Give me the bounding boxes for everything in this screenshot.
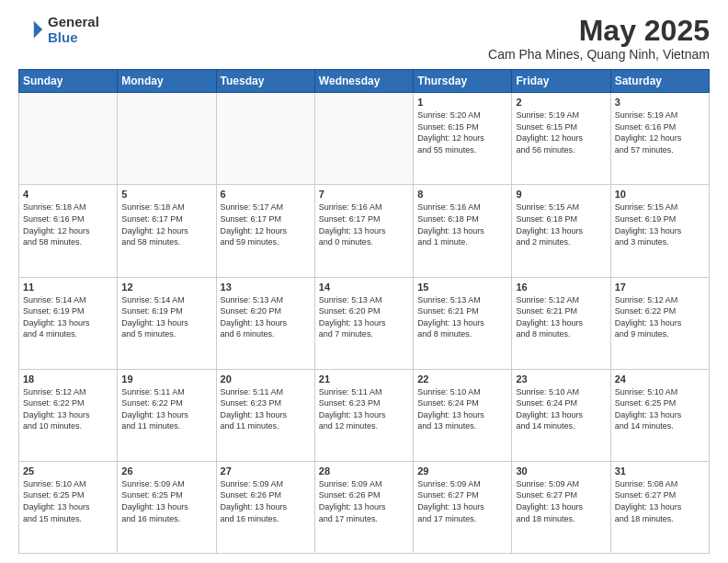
day-number: 25 bbox=[23, 465, 113, 477]
day-info: Sunrise: 5:19 AM Sunset: 6:15 PM Dayligh… bbox=[516, 109, 606, 155]
day-number: 12 bbox=[121, 282, 211, 293]
page: General Blue May 2025 Cam Pha Mines, Qua… bbox=[0, 0, 728, 563]
day-info: Sunrise: 5:15 AM Sunset: 6:19 PM Dayligh… bbox=[615, 201, 705, 247]
day-number: 20 bbox=[221, 373, 311, 385]
day-info: Sunrise: 5:13 AM Sunset: 6:20 PM Dayligh… bbox=[221, 294, 311, 340]
day-number: 30 bbox=[516, 465, 606, 477]
calendar-cell: 8Sunrise: 5:16 AM Sunset: 6:18 PM Daylig… bbox=[414, 185, 512, 277]
logo-blue: Blue bbox=[48, 30, 99, 46]
day-number: 24 bbox=[615, 373, 705, 385]
calendar-cell bbox=[314, 93, 413, 185]
day-number: 4 bbox=[23, 189, 113, 200]
day-info: Sunrise: 5:18 AM Sunset: 6:17 PM Dayligh… bbox=[121, 201, 211, 247]
day-number: 5 bbox=[121, 189, 211, 200]
day-number: 31 bbox=[615, 465, 705, 477]
day-info: Sunrise: 5:09 AM Sunset: 6:27 PM Dayligh… bbox=[516, 478, 606, 524]
day-number: 26 bbox=[121, 465, 211, 477]
day-info: Sunrise: 5:13 AM Sunset: 6:20 PM Dayligh… bbox=[319, 294, 409, 340]
calendar-cell: 22Sunrise: 5:10 AM Sunset: 6:24 PM Dayli… bbox=[414, 369, 512, 461]
svg-marker-0 bbox=[34, 20, 42, 38]
day-number: 2 bbox=[516, 97, 606, 108]
day-number: 14 bbox=[319, 282, 409, 293]
calendar-cell: 10Sunrise: 5:15 AM Sunset: 6:19 PM Dayli… bbox=[610, 185, 709, 277]
calendar-cell: 7Sunrise: 5:16 AM Sunset: 6:17 PM Daylig… bbox=[314, 185, 413, 277]
calendar-cell: 11Sunrise: 5:14 AM Sunset: 6:19 PM Dayli… bbox=[19, 277, 118, 369]
calendar-table: SundayMondayTuesdayWednesdayThursdayFrid… bbox=[18, 69, 710, 554]
calendar-week-5: 25Sunrise: 5:10 AM Sunset: 6:25 PM Dayli… bbox=[19, 461, 710, 553]
calendar-cell: 31Sunrise: 5:08 AM Sunset: 6:27 PM Dayli… bbox=[610, 461, 709, 553]
calendar-cell: 1Sunrise: 5:20 AM Sunset: 6:15 PM Daylig… bbox=[414, 93, 512, 185]
calendar-header-wednesday: Wednesday bbox=[314, 70, 413, 93]
day-number: 29 bbox=[417, 465, 507, 477]
calendar-cell: 17Sunrise: 5:12 AM Sunset: 6:22 PM Dayli… bbox=[610, 277, 709, 369]
day-number: 15 bbox=[417, 282, 507, 293]
day-number: 1 bbox=[417, 97, 507, 108]
calendar-cell: 29Sunrise: 5:09 AM Sunset: 6:27 PM Dayli… bbox=[414, 461, 512, 553]
calendar-cell: 27Sunrise: 5:09 AM Sunset: 6:26 PM Dayli… bbox=[216, 461, 314, 553]
calendar-header-saturday: Saturday bbox=[610, 70, 709, 93]
sub-title: Cam Pha Mines, Quang Ninh, Vietnam bbox=[488, 47, 710, 62]
day-info: Sunrise: 5:12 AM Sunset: 6:21 PM Dayligh… bbox=[516, 294, 606, 340]
day-number: 7 bbox=[319, 189, 409, 200]
calendar-week-2: 4Sunrise: 5:18 AM Sunset: 6:16 PM Daylig… bbox=[19, 185, 710, 277]
calendar-cell: 18Sunrise: 5:12 AM Sunset: 6:22 PM Dayli… bbox=[19, 369, 118, 461]
day-info: Sunrise: 5:14 AM Sunset: 6:19 PM Dayligh… bbox=[23, 294, 113, 340]
day-info: Sunrise: 5:11 AM Sunset: 6:23 PM Dayligh… bbox=[319, 386, 409, 432]
calendar-cell: 15Sunrise: 5:13 AM Sunset: 6:21 PM Dayli… bbox=[414, 277, 512, 369]
day-number: 23 bbox=[516, 373, 606, 385]
calendar-cell: 16Sunrise: 5:12 AM Sunset: 6:21 PM Dayli… bbox=[512, 277, 610, 369]
day-number: 21 bbox=[319, 373, 409, 385]
calendar-header-row: SundayMondayTuesdayWednesdayThursdayFrid… bbox=[19, 70, 710, 93]
day-info: Sunrise: 5:12 AM Sunset: 6:22 PM Dayligh… bbox=[23, 386, 113, 432]
calendar-cell: 13Sunrise: 5:13 AM Sunset: 6:20 PM Dayli… bbox=[216, 277, 314, 369]
calendar-cell: 14Sunrise: 5:13 AM Sunset: 6:20 PM Dayli… bbox=[314, 277, 413, 369]
calendar-week-1: 1Sunrise: 5:20 AM Sunset: 6:15 PM Daylig… bbox=[19, 93, 710, 185]
day-info: Sunrise: 5:10 AM Sunset: 6:25 PM Dayligh… bbox=[615, 386, 705, 432]
day-info: Sunrise: 5:11 AM Sunset: 6:23 PM Dayligh… bbox=[221, 386, 311, 432]
calendar-cell bbox=[19, 93, 118, 185]
calendar-cell: 30Sunrise: 5:09 AM Sunset: 6:27 PM Dayli… bbox=[512, 461, 610, 553]
calendar-cell bbox=[118, 93, 216, 185]
day-info: Sunrise: 5:09 AM Sunset: 6:26 PM Dayligh… bbox=[221, 478, 311, 524]
calendar-cell: 21Sunrise: 5:11 AM Sunset: 6:23 PM Dayli… bbox=[314, 369, 413, 461]
day-number: 27 bbox=[221, 465, 311, 477]
calendar-cell: 4Sunrise: 5:18 AM Sunset: 6:16 PM Daylig… bbox=[19, 185, 118, 277]
calendar-cell: 12Sunrise: 5:14 AM Sunset: 6:19 PM Dayli… bbox=[118, 277, 216, 369]
main-title: May 2025 bbox=[488, 15, 710, 47]
day-info: Sunrise: 5:10 AM Sunset: 6:25 PM Dayligh… bbox=[23, 478, 113, 524]
title-block: May 2025 Cam Pha Mines, Quang Ninh, Viet… bbox=[488, 15, 710, 62]
calendar-cell: 24Sunrise: 5:10 AM Sunset: 6:25 PM Dayli… bbox=[610, 369, 709, 461]
calendar-cell: 5Sunrise: 5:18 AM Sunset: 6:17 PM Daylig… bbox=[118, 185, 216, 277]
calendar-header-monday: Monday bbox=[118, 70, 216, 93]
calendar-cell: 19Sunrise: 5:11 AM Sunset: 6:22 PM Dayli… bbox=[118, 369, 216, 461]
day-number: 18 bbox=[23, 373, 113, 385]
day-info: Sunrise: 5:13 AM Sunset: 6:21 PM Dayligh… bbox=[417, 294, 507, 340]
calendar-header-friday: Friday bbox=[512, 70, 610, 93]
day-number: 6 bbox=[221, 189, 311, 200]
day-number: 10 bbox=[615, 189, 705, 200]
day-info: Sunrise: 5:11 AM Sunset: 6:22 PM Dayligh… bbox=[121, 386, 211, 432]
calendar-cell: 26Sunrise: 5:09 AM Sunset: 6:25 PM Dayli… bbox=[118, 461, 216, 553]
day-info: Sunrise: 5:16 AM Sunset: 6:18 PM Dayligh… bbox=[417, 201, 507, 247]
logo: General Blue bbox=[18, 15, 99, 45]
calendar-cell: 3Sunrise: 5:19 AM Sunset: 6:16 PM Daylig… bbox=[610, 93, 709, 185]
calendar-week-3: 11Sunrise: 5:14 AM Sunset: 6:19 PM Dayli… bbox=[19, 277, 710, 369]
day-number: 22 bbox=[417, 373, 507, 385]
calendar-header-tuesday: Tuesday bbox=[216, 70, 314, 93]
day-info: Sunrise: 5:09 AM Sunset: 6:26 PM Dayligh… bbox=[319, 478, 409, 524]
day-number: 3 bbox=[615, 97, 705, 108]
calendar-cell: 6Sunrise: 5:17 AM Sunset: 6:17 PM Daylig… bbox=[216, 185, 314, 277]
calendar-cell: 9Sunrise: 5:15 AM Sunset: 6:18 PM Daylig… bbox=[512, 185, 610, 277]
day-info: Sunrise: 5:20 AM Sunset: 6:15 PM Dayligh… bbox=[417, 109, 507, 155]
day-number: 9 bbox=[516, 189, 606, 200]
calendar-cell: 20Sunrise: 5:11 AM Sunset: 6:23 PM Dayli… bbox=[216, 369, 314, 461]
day-info: Sunrise: 5:12 AM Sunset: 6:22 PM Dayligh… bbox=[615, 294, 705, 340]
day-info: Sunrise: 5:17 AM Sunset: 6:17 PM Dayligh… bbox=[221, 201, 311, 247]
calendar-cell bbox=[216, 93, 314, 185]
day-number: 16 bbox=[516, 282, 606, 293]
day-number: 8 bbox=[417, 189, 507, 200]
logo-icon bbox=[18, 17, 44, 43]
header: General Blue May 2025 Cam Pha Mines, Qua… bbox=[18, 15, 710, 62]
day-info: Sunrise: 5:09 AM Sunset: 6:27 PM Dayligh… bbox=[417, 478, 507, 524]
day-number: 17 bbox=[615, 282, 705, 293]
